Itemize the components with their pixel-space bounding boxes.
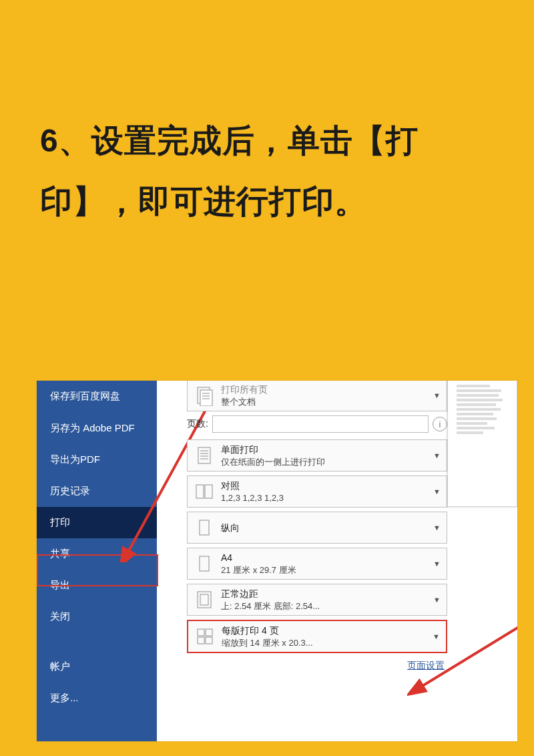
pages-label: 页数:: [187, 418, 208, 430]
print-preview-pane: [447, 381, 517, 507]
pages-per-sheet-dropdown[interactable]: 每版打印 4 页 缩放到 14 厘米 x 20.3... ▼: [187, 620, 447, 653]
paper-title: A4: [221, 552, 433, 564]
chevron-down-icon: ▼: [433, 391, 443, 399]
persheet-sub: 缩放到 14 厘米 x 20.3...: [222, 637, 433, 649]
chevron-down-icon: ▼: [433, 560, 443, 568]
svg-rect-13: [200, 520, 209, 535]
orientation-dropdown[interactable]: 纵向 ▼: [187, 512, 447, 544]
svg-rect-19: [198, 637, 204, 644]
sidebar-item-save-adobe-pdf[interactable]: 另存为 Adobe PDF: [37, 412, 157, 444]
chevron-down-icon: ▼: [433, 451, 443, 459]
margins-sub: 上: 2.54 厘米 底部: 2.54...: [221, 600, 433, 612]
svg-rect-11: [196, 485, 204, 498]
sidebar-item-export[interactable]: 导出: [37, 570, 157, 601]
collate-dropdown[interactable]: 对照 1,2,3 1,2,3 1,2,3 ▼: [187, 476, 447, 508]
paper-sub: 21 厘米 x 29.7 厘米: [221, 564, 433, 576]
svg-rect-14: [200, 556, 209, 571]
portrait-icon: [192, 515, 217, 540]
collate-sub: 1,2,3 1,2,3 1,2,3: [221, 492, 433, 504]
instruction-text: 6、设置完成后，单击【打印】，即可进行打印。: [40, 110, 494, 232]
sidebar-item-more[interactable]: 更多...: [37, 683, 157, 714]
sides-title: 单面打印: [221, 443, 433, 456]
svg-rect-17: [198, 629, 204, 636]
margins-icon: [192, 587, 217, 612]
collate-title: 对照: [221, 480, 433, 492]
pages-row: 页数: i: [187, 415, 447, 433]
svg-rect-20: [206, 637, 212, 644]
svg-rect-16: [200, 594, 208, 605]
svg-rect-18: [206, 629, 212, 636]
svg-rect-2: [200, 390, 212, 406]
orientation-title: 纵向: [221, 522, 433, 534]
pages-input[interactable]: [212, 415, 429, 433]
margins-dropdown[interactable]: 正常边距 上: 2.54 厘米 底部: 2.54... ▼: [187, 584, 447, 616]
sidebar-item-close[interactable]: 关闭: [37, 601, 157, 632]
single-side-icon: [192, 443, 217, 468]
pages-info-icon[interactable]: i: [433, 417, 447, 431]
sidebar-item-history[interactable]: 历史记录: [37, 476, 157, 507]
sidebar-item-save-baidu[interactable]: 保存到百度网盘: [37, 381, 157, 412]
print-range-title: 打印所有页: [221, 383, 433, 396]
sidebar-item-print[interactable]: 打印: [37, 507, 157, 538]
print-range-dropdown[interactable]: 打印所有页 整个文档 ▼: [187, 381, 447, 411]
print-range-sub: 整个文档: [221, 396, 433, 408]
chevron-down-icon: ▼: [433, 632, 442, 640]
chevron-down-icon: ▼: [433, 596, 443, 604]
print-settings-panel: 打印所有页 整个文档 ▼ 页数: i 单面打印 仅在纸面的一侧上进行打印 ▼: [187, 381, 447, 672]
preview-text-placeholder: [457, 385, 513, 436]
margins-title: 正常边距: [221, 588, 433, 600]
page-setup-link[interactable]: 页面设置: [187, 657, 447, 672]
chevron-down-icon: ▼: [433, 488, 443, 496]
paper-size-dropdown[interactable]: A4 21 厘米 x 29.7 厘米 ▼: [187, 548, 447, 580]
print-sides-dropdown[interactable]: 单面打印 仅在纸面的一侧上进行打印 ▼: [187, 439, 447, 471]
backstage-sidebar: 保存到百度网盘 另存为 Adobe PDF 导出为PDF 历史记录 打印 共享 …: [37, 381, 157, 741]
svg-rect-12: [205, 485, 212, 498]
four-per-sheet-icon: [192, 624, 218, 649]
sidebar-item-share[interactable]: 共享: [37, 538, 157, 570]
sidebar-item-export-pdf[interactable]: 导出为PDF: [37, 444, 157, 476]
sides-sub: 仅在纸面的一侧上进行打印: [221, 456, 433, 468]
word-print-screenshot: 保存到百度网盘 另存为 Adobe PDF 导出为PDF 历史记录 打印 共享 …: [37, 381, 517, 741]
svg-rect-6: [198, 447, 210, 463]
print-range-icon: [192, 383, 217, 408]
chevron-down-icon: ▼: [433, 524, 443, 532]
collate-icon: [192, 479, 217, 504]
paper-icon: [192, 551, 217, 576]
persheet-title: 每版打印 4 页: [222, 624, 433, 637]
sidebar-item-account[interactable]: 帐户: [37, 651, 157, 683]
